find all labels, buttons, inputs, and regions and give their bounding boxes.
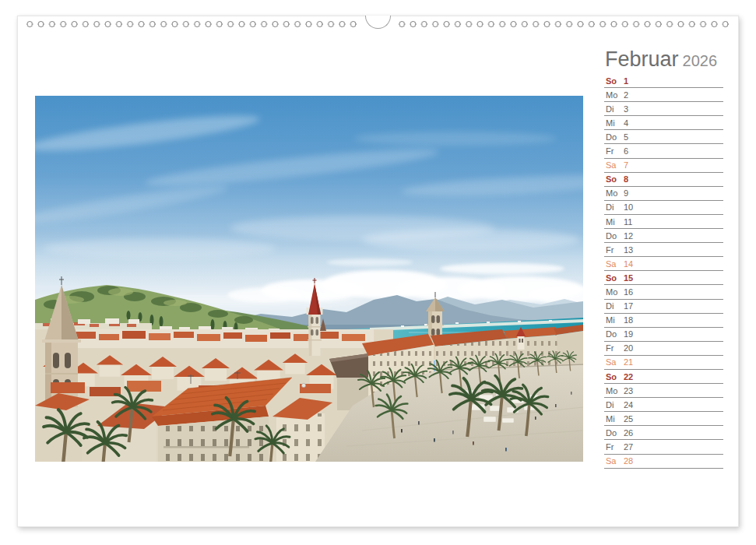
day-abbr: Fr bbox=[606, 147, 624, 156]
day-abbr: Sa bbox=[606, 358, 624, 367]
day-abbr: Sa bbox=[606, 457, 624, 466]
day-abbr: Fr bbox=[606, 443, 624, 452]
day-number: 12 bbox=[624, 232, 633, 241]
day-abbr: Sa bbox=[606, 161, 624, 170]
day-number: 9 bbox=[624, 189, 628, 198]
date-row: Di10 bbox=[604, 201, 723, 215]
date-row: Di3 bbox=[604, 102, 723, 116]
day-number: 16 bbox=[624, 288, 633, 297]
day-abbr: Di bbox=[606, 105, 624, 114]
date-list: So1 Mo2 Di3 Mi4 Do5 Fr6 Sa7 So8 Mo9 Di10… bbox=[604, 74, 723, 469]
day-abbr: Di bbox=[606, 401, 624, 410]
day-abbr: Mo bbox=[606, 91, 624, 100]
day-number: 7 bbox=[624, 161, 628, 170]
day-number: 5 bbox=[624, 133, 628, 142]
day-abbr: Mo bbox=[606, 387, 624, 396]
date-row: Do12 bbox=[604, 229, 723, 243]
date-row: Di24 bbox=[604, 398, 723, 412]
date-row: So1 bbox=[604, 74, 723, 88]
day-number: 22 bbox=[624, 373, 633, 382]
date-row: Do19 bbox=[604, 328, 723, 342]
day-abbr: Fr bbox=[606, 246, 624, 255]
day-abbr: Mi bbox=[606, 316, 624, 325]
date-row: Sa28 bbox=[604, 455, 723, 469]
day-number: 11 bbox=[624, 218, 632, 227]
calendar-sheet: Februar2026 So1 Mo2 Di3 Mi4 Do5 Fr6 Sa7 … bbox=[17, 16, 739, 527]
day-abbr: Mo bbox=[606, 288, 624, 297]
day-number: 3 bbox=[624, 105, 628, 114]
day-number: 15 bbox=[624, 274, 633, 283]
binding-rings-left bbox=[24, 20, 359, 28]
trogir-scene bbox=[35, 96, 583, 462]
day-number: 14 bbox=[624, 260, 633, 269]
day-number: 10 bbox=[624, 203, 633, 212]
day-number: 26 bbox=[624, 429, 633, 438]
month-title: Februar2026 bbox=[605, 47, 717, 72]
day-abbr: So bbox=[606, 77, 624, 86]
day-abbr: So bbox=[606, 274, 624, 283]
day-abbr: Di bbox=[606, 302, 624, 311]
day-number: 25 bbox=[624, 415, 633, 424]
date-row: Do5 bbox=[604, 130, 723, 144]
year-label: 2026 bbox=[683, 52, 718, 69]
day-number: 8 bbox=[624, 175, 628, 184]
date-row: So15 bbox=[604, 271, 723, 285]
date-row: So8 bbox=[604, 173, 723, 187]
date-row: Do26 bbox=[604, 426, 723, 440]
day-number: 27 bbox=[624, 443, 633, 452]
date-row: Fr6 bbox=[604, 144, 723, 158]
day-abbr: Sa bbox=[606, 260, 624, 269]
day-number: 28 bbox=[624, 457, 633, 466]
date-row: Mi11 bbox=[604, 215, 723, 229]
day-number: 20 bbox=[624, 344, 633, 353]
day-abbr: Mi bbox=[606, 218, 624, 227]
day-number: 1 bbox=[624, 77, 628, 86]
day-number: 17 bbox=[624, 302, 633, 311]
date-row: Fr13 bbox=[604, 243, 723, 257]
day-abbr: Do bbox=[606, 429, 624, 438]
day-abbr: Do bbox=[606, 133, 624, 142]
day-number: 21 bbox=[624, 358, 633, 367]
date-row: Sa7 bbox=[604, 159, 723, 173]
date-row: Mo23 bbox=[604, 384, 723, 398]
day-abbr: Mi bbox=[606, 119, 624, 128]
date-row: Fr27 bbox=[604, 440, 723, 454]
day-abbr: So bbox=[606, 373, 624, 382]
day-abbr: Do bbox=[606, 330, 624, 339]
date-row: Fr20 bbox=[604, 342, 723, 356]
day-number: 2 bbox=[624, 91, 628, 100]
date-row: Mo2 bbox=[604, 88, 723, 102]
date-row: Mi4 bbox=[604, 116, 723, 130]
day-abbr: Mo bbox=[606, 189, 624, 198]
date-row: Mi25 bbox=[604, 412, 723, 426]
day-abbr: Di bbox=[606, 203, 624, 212]
day-number: 19 bbox=[624, 330, 633, 339]
binding-rings-right bbox=[396, 20, 731, 28]
calendar-photo bbox=[35, 96, 583, 462]
month-name: Februar bbox=[605, 47, 679, 71]
day-number: 6 bbox=[624, 147, 628, 156]
day-number: 13 bbox=[624, 246, 633, 255]
day-number: 24 bbox=[624, 401, 633, 410]
day-abbr: Mi bbox=[606, 415, 624, 424]
day-abbr: So bbox=[606, 175, 624, 184]
date-row: Mi18 bbox=[604, 314, 723, 328]
date-row: Sa14 bbox=[604, 257, 723, 271]
day-number: 18 bbox=[624, 316, 633, 325]
day-number: 4 bbox=[624, 119, 628, 128]
date-row: Di17 bbox=[604, 300, 723, 314]
date-row: Sa21 bbox=[604, 356, 723, 370]
date-row: Mo16 bbox=[604, 285, 723, 299]
date-row: So22 bbox=[604, 370, 723, 384]
date-row: Mo9 bbox=[604, 187, 723, 201]
hanger-notch bbox=[365, 16, 391, 29]
day-abbr: Fr bbox=[606, 344, 624, 353]
day-abbr: Do bbox=[606, 232, 624, 241]
day-number: 23 bbox=[624, 387, 633, 396]
